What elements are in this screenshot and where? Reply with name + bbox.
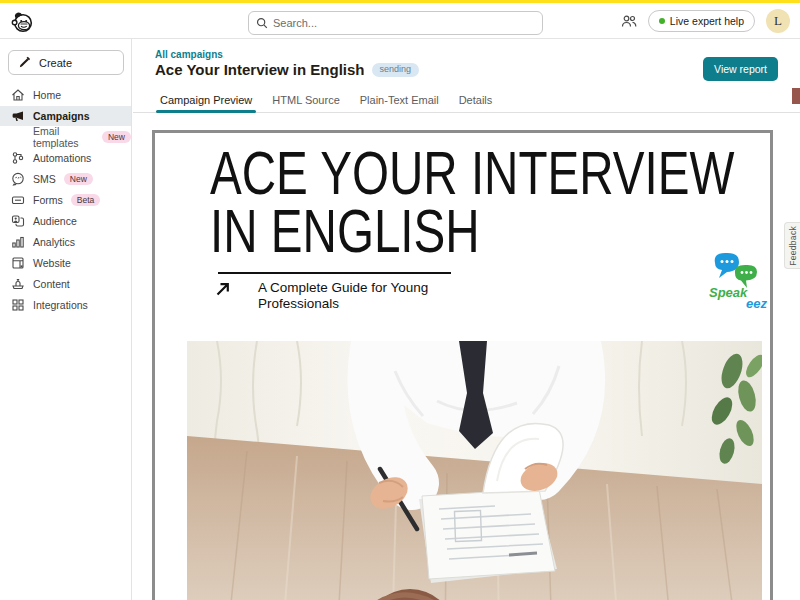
audience-icon: [11, 214, 25, 228]
automations-icon: [11, 151, 25, 165]
sidebar-item-analytics[interactable]: Analytics: [0, 232, 131, 252]
sms-bubble-icon: [11, 172, 25, 186]
topbar-right: Live expert help L: [621, 8, 790, 34]
grid-icon: [11, 298, 25, 312]
sidebar-item-audience[interactable]: Audience: [0, 211, 131, 231]
contacts-icon[interactable]: [621, 14, 637, 28]
sidebar-item-label: Automations: [33, 152, 91, 164]
search-input[interactable]: [273, 17, 542, 29]
sidebar-item-forms[interactable]: Forms Beta: [0, 190, 131, 210]
sidebar-item-label: Audience: [33, 215, 77, 227]
headline-divider: [218, 272, 451, 274]
new-badge: New: [102, 131, 131, 143]
sidebar-item-campaigns[interactable]: Campaigns: [0, 106, 131, 126]
new-badge: New: [64, 173, 93, 185]
sidebar-item-email-templates[interactable]: Email templates New: [0, 127, 131, 147]
sidebar-item-sms[interactable]: SMS New: [0, 169, 131, 189]
email-subtitle: A Complete Guide for Young Professionals: [258, 280, 438, 312]
tab-campaign-preview[interactable]: Campaign Preview: [150, 89, 262, 112]
sidebar-item-website[interactable]: Website: [0, 253, 131, 273]
sidebar-item-label: Content: [33, 278, 70, 290]
sidebar-item-label: Integrations: [33, 299, 88, 311]
feedback-tab[interactable]: Feedback: [784, 222, 800, 269]
mailchimp-app: Live expert help L Create Home Campaigns: [0, 0, 800, 600]
sidebar-item-label: SMS: [33, 173, 56, 185]
sidebar-item-label: Campaigns: [33, 110, 90, 122]
content-icon: [11, 277, 25, 291]
logo-text-speak: Speak: [709, 285, 748, 300]
campaign-tabs: Campaign Preview HTML Source Plain-Text …: [133, 89, 800, 113]
campaign-header: All campaigns Ace Your Interview in Engl…: [133, 39, 800, 89]
create-label: Create: [39, 57, 72, 69]
sidebar-item-label: Forms: [33, 194, 63, 206]
arrow-up-right-icon: [215, 281, 231, 297]
breadcrumb-all-campaigns[interactable]: All campaigns: [155, 49, 223, 60]
sidebar: Create Home Campaigns Email templates Ne…: [0, 39, 132, 600]
live-expert-help-button[interactable]: Live expert help: [648, 10, 755, 32]
pencil-icon: [18, 56, 31, 69]
sidebar-item-label: Email templates: [33, 125, 94, 149]
topbar: Live expert help L: [0, 3, 800, 39]
bar-chart-icon: [11, 235, 25, 249]
scrollbar-thumb[interactable]: [792, 88, 800, 104]
account-avatar[interactable]: L: [766, 9, 790, 33]
sidebar-item-label: Home: [33, 89, 61, 101]
beta-badge: Beta: [71, 194, 101, 206]
live-expert-help-label: Live expert help: [670, 15, 744, 27]
home-icon: [11, 88, 25, 102]
page-title: Ace Your Interview in English: [155, 61, 365, 78]
search-icon: [256, 17, 268, 29]
sidebar-item-label: Analytics: [33, 236, 75, 248]
create-button[interactable]: Create: [8, 50, 124, 75]
tab-details[interactable]: Details: [449, 89, 503, 112]
email-headline: ACE YOUR INTERVIEW IN ENGLISH: [210, 144, 756, 260]
forms-icon: [11, 193, 25, 207]
speakeez-logo: Speak eez: [701, 251, 771, 315]
global-search: [248, 11, 543, 35]
megaphone-icon: [11, 109, 25, 123]
email-preview-frame: ACE YOUR INTERVIEW IN ENGLISH A Complete…: [152, 130, 773, 600]
logo-text-eez: eez: [746, 296, 767, 311]
sidebar-item-content[interactable]: Content: [0, 274, 131, 294]
website-icon: [11, 256, 25, 270]
mailchimp-logo-icon[interactable]: [10, 10, 34, 34]
sidebar-item-home[interactable]: Home: [0, 85, 131, 105]
tab-plain-text-email[interactable]: Plain-Text Email: [350, 89, 449, 112]
online-status-dot: [659, 18, 665, 24]
status-badge: sending: [372, 63, 420, 77]
view-report-button[interactable]: View report: [703, 57, 778, 81]
sidebar-item-integrations[interactable]: Integrations: [0, 295, 131, 315]
tab-html-source[interactable]: HTML Source: [262, 89, 349, 112]
sidebar-item-label: Website: [33, 257, 71, 269]
feedback-label: Feedback: [788, 226, 798, 266]
sidebar-item-automations[interactable]: Automations: [0, 148, 131, 168]
interview-photo: [187, 341, 762, 600]
